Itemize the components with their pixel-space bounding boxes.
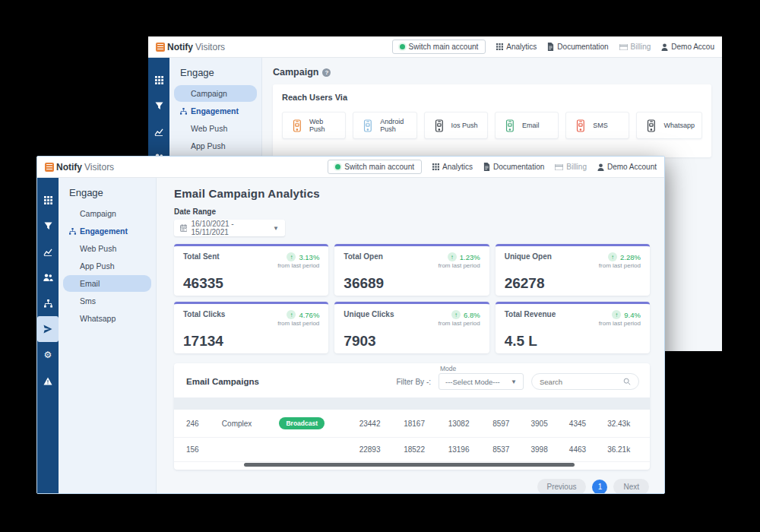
documentation-link[interactable]: Documentation: [547, 43, 608, 51]
channel-card[interactable]: SMS: [565, 112, 629, 139]
previous-button[interactable]: Previous: [537, 479, 587, 493]
sidebar-item-campaign[interactable]: Campaign: [63, 205, 151, 222]
sidebar-item-email[interactable]: Email: [63, 275, 151, 292]
sitemap-icon[interactable]: [37, 290, 59, 316]
trend-up-icon: ↑: [448, 252, 457, 261]
switch-main-account-label: Switch main account: [344, 163, 414, 171]
gear-icon[interactable]: ⚙: [37, 342, 59, 368]
switch-main-account-button[interactable]: Switch main account: [392, 40, 486, 54]
warning-icon[interactable]: [37, 368, 59, 394]
stat-label: Unique Open: [505, 252, 552, 261]
status-dot-icon: [400, 44, 405, 49]
dashboard-grid-icon[interactable]: [37, 187, 59, 213]
switch-main-account-button[interactable]: Switch main account: [328, 160, 422, 174]
dashboard-grid-icon[interactable]: [148, 67, 169, 93]
brand-logo[interactable]: NotifyVisitors: [156, 42, 225, 52]
stat-value: 7903: [344, 333, 480, 350]
grid-icon: [496, 43, 503, 50]
cell-purchase: 4463: [565, 438, 603, 462]
sidebar-item-web-push[interactable]: Web Push: [174, 120, 257, 137]
cell-clicks: 8597: [488, 410, 526, 438]
email-analytics-window: NotifyVisitors Switch main account Analy…: [36, 156, 665, 494]
channel-card[interactable]: Android Push: [353, 112, 416, 139]
date-range-picker[interactable]: 16/10/2021 - 15/11/2021 ▼: [174, 220, 285, 236]
cell-unique-clicks: 3905: [527, 410, 565, 438]
brand-logo[interactable]: NotifyVisitors: [45, 162, 114, 173]
help-icon[interactable]: ?: [322, 68, 331, 77]
channel-card[interactable]: Email: [495, 112, 559, 139]
sidebar-item-whatsapp[interactable]: Whatsapp: [63, 310, 151, 327]
analytics-link[interactable]: Analytics: [432, 163, 473, 171]
stat-value: 36689: [344, 275, 480, 292]
cell-purchase: 4345: [565, 410, 603, 438]
stat-card: Unique Open ↑ 2.28% from last period 262…: [496, 244, 650, 296]
reach-users-title: Reach Users Via: [282, 93, 702, 102]
account-menu[interactable]: Demo Accou: [661, 43, 714, 51]
channel-label: Android Push: [380, 118, 409, 133]
mode-badge: Broadcast: [279, 417, 325, 429]
stat-value: 26278: [505, 275, 641, 292]
front-sidebar: Engage Campaign Engagement Web Push App …: [59, 178, 157, 493]
analytics-link[interactable]: Analytics: [496, 43, 537, 51]
column-header: [488, 397, 526, 410]
column-header: [399, 397, 444, 410]
stat-label: Total Sent: [183, 252, 220, 261]
sidebar-item-app-push[interactable]: App Push: [63, 258, 151, 274]
filter-by-label: Filter By -:: [396, 378, 431, 386]
stat-period-note: from last period: [599, 320, 641, 327]
users-icon[interactable]: [37, 264, 59, 290]
stat-label: Total Open: [344, 252, 382, 261]
account-menu[interactable]: Demo Account: [597, 163, 657, 171]
mode-select[interactable]: ---Select Mode--- ▼: [439, 373, 524, 390]
sidebar-item-app-push[interactable]: App Push: [174, 138, 257, 154]
screen: NotifyVisitors Switch main account Analy…: [0, 0, 760, 532]
stat-period-note: from last period: [599, 262, 641, 269]
stat-period-note: from last period: [439, 262, 480, 269]
grid-icon: [432, 163, 439, 170]
cell-name: [217, 438, 275, 462]
user-icon: [661, 43, 668, 51]
sidebar-item-engagement[interactable]: Engagement: [63, 223, 151, 239]
channel-label: SMS: [593, 122, 608, 129]
horizontal-scrollbar[interactable]: [244, 463, 575, 467]
next-button[interactable]: Next: [613, 479, 649, 493]
sidebar-item-web-push[interactable]: Web Push: [63, 240, 151, 257]
search-icon: [623, 378, 631, 385]
billing-link[interactable]: Billing: [619, 43, 651, 51]
brand-name-bold: Notify: [56, 162, 82, 173]
stat-value: 4.5 L: [505, 333, 641, 350]
sidebar-item-sms[interactable]: Sms: [63, 293, 151, 309]
sidebar-item-engagement[interactable]: Engagement: [174, 103, 257, 119]
sitemap-icon: [180, 108, 187, 115]
trend-up-icon: ↑: [287, 310, 296, 319]
channel-card[interactable]: Ios Push: [424, 112, 488, 139]
funnel-icon[interactable]: [148, 93, 169, 119]
channel-label: Email: [522, 122, 540, 129]
channel-card[interactable]: Whatsapp: [636, 112, 702, 139]
campaign-search-input[interactable]: [540, 378, 623, 386]
channel-card[interactable]: Web Push: [282, 112, 346, 139]
documentation-link[interactable]: Documentation: [483, 163, 544, 171]
funnel-icon[interactable]: [37, 213, 59, 239]
date-range-value: 16/10/2021 - 15/11/2021: [191, 220, 269, 236]
stat-delta: 1.23%: [460, 253, 480, 261]
analytics-chart-icon[interactable]: [148, 119, 169, 144]
column-header: [217, 397, 275, 410]
cell-purchase-revenues: 32.43k: [603, 410, 650, 438]
cell-sent: 23442: [355, 410, 400, 438]
stat-card: Unique Clicks ↑ 6.8% from last period 79…: [334, 302, 489, 353]
billing-link[interactable]: Billing: [555, 163, 587, 171]
page-title: Campaign ?: [273, 67, 711, 78]
send-campaign-icon[interactable]: [37, 316, 59, 342]
calendar-icon: [180, 224, 187, 232]
analytics-chart-icon[interactable]: [37, 239, 59, 264]
status-dot-icon: [335, 164, 340, 169]
phone-icon: [290, 119, 304, 133]
email-campaigns-table: 246 Complex Broadcast 23442 18167 13082 …: [174, 397, 650, 462]
email-campaigns-card: Email Campaigns Filter By -: Mode ---Sel…: [174, 363, 650, 470]
campaign-table-row: 156 22893 18522 13196 8537 3998 4463 36.…: [174, 438, 650, 462]
stat-value: 46335: [183, 275, 319, 292]
document-icon: [483, 163, 490, 171]
page-1-button[interactable]: 1: [592, 480, 607, 494]
sidebar-item-campaign[interactable]: Campaign: [174, 85, 257, 102]
